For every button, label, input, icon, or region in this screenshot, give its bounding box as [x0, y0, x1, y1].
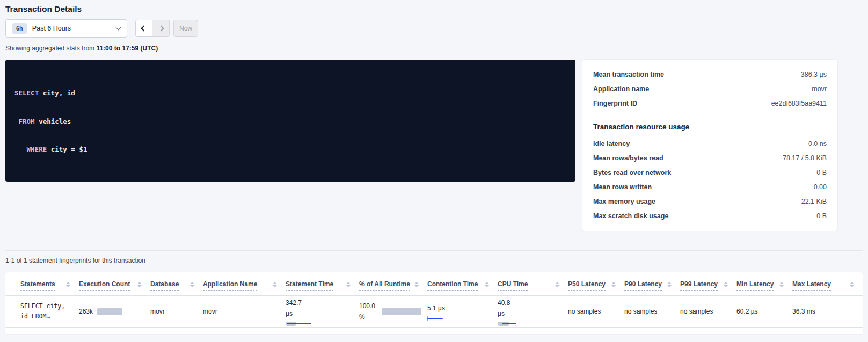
summary-label: Mean transaction time — [593, 71, 801, 78]
cell-statement-time: 342.7 µs — [286, 296, 359, 327]
previous-range-button[interactable] — [135, 20, 152, 37]
cell-p99-latency: no samples — [680, 296, 736, 327]
sort-icon — [850, 281, 854, 287]
column-header-p90-latency[interactable]: P90 Latency — [624, 272, 680, 295]
fingerprints-caption: 1-1 of 1 statement fingerprints for this… — [5, 257, 863, 264]
caption-time-range: 11:00 to 17:59 (UTC) — [96, 44, 158, 52]
sort-icon — [273, 281, 277, 287]
sql-line: SELECT city, id — [14, 88, 566, 98]
cell-percent-runtime: 100.0 % — [359, 296, 427, 327]
cell-min-latency: 60.2 µs — [736, 296, 792, 327]
summary-value: ee2df683f5aa9411 — [771, 100, 827, 107]
summary-label: Application name — [593, 85, 812, 93]
sort-icon — [190, 281, 194, 287]
resource-usage-row: Idle latency 0.0 ns — [593, 136, 827, 151]
resource-label: Mean rows/bytes read — [593, 154, 783, 162]
column-header-p99-latency[interactable]: P99 Latency — [680, 272, 736, 295]
sort-icon — [414, 281, 419, 287]
column-header-contention-time[interactable]: Contention Time — [427, 272, 498, 295]
column-header-p50-latency[interactable]: P50 Latency — [568, 272, 624, 295]
contention-time-bar — [427, 316, 455, 321]
resource-usage-row: Mean rows written 0.00 — [593, 180, 827, 194]
page-title: Transaction Details — [5, 3, 863, 15]
column-header-cpu-time[interactable]: CPU Time — [498, 272, 568, 295]
sql-keyword: FROM — [19, 117, 35, 125]
resource-usage-row: Mean rows/bytes read 78.17 / 5.8 KiB — [593, 151, 827, 165]
main-content-row: SELECT city, id FROM vehicles WHERE city… — [5, 60, 863, 231]
column-header-execution-count[interactable]: Execution Count — [79, 272, 150, 295]
summary-value: 386.3 µs — [801, 71, 827, 78]
summary-row: Fingerprint ID ee2df683f5aa9411 — [593, 96, 827, 110]
column-header-min-latency[interactable]: Min Latency — [736, 272, 792, 295]
column-header-percent-runtime[interactable]: % of All Runtime — [359, 272, 427, 295]
cell-max-latency: 36.3 ms — [792, 296, 863, 327]
column-header-max-latency[interactable]: Max Latency — [792, 272, 863, 295]
resource-label: Max memory usage — [593, 198, 801, 205]
statements-table: Statements Execution Count Database Appl… — [5, 272, 863, 334]
sort-icon — [66, 281, 70, 287]
resource-label: Max scratch disk usage — [593, 212, 816, 220]
resource-value: 22.1 KiB — [801, 198, 827, 205]
time-range-label: Past 6 Hours — [32, 25, 116, 32]
transaction-summary-card: Mean transaction time 386.3 µs Applicati… — [582, 60, 837, 231]
time-range-select[interactable]: 6h Past 6 Hours — [5, 19, 127, 38]
cell-execution-count: 263k — [79, 296, 150, 327]
sql-keyword: SELECT — [14, 89, 39, 97]
resource-usage-row: Max memory usage 22.1 KiB — [593, 194, 827, 209]
section-divider — [5, 250, 863, 251]
resource-value: 0.00 — [814, 183, 827, 191]
summary-row: Mean transaction time 386.3 µs — [593, 67, 827, 81]
resource-label: Mean rows written — [593, 183, 814, 191]
chevron-down-icon — [116, 25, 121, 30]
resource-value: 0.0 ns — [808, 140, 827, 147]
cell-application-name: movr — [203, 296, 286, 327]
statement-time-bar — [286, 322, 313, 326]
resource-value: 78.17 / 5.8 KiB — [783, 154, 827, 162]
execution-count-bar — [97, 308, 122, 315]
cpu-time-bar — [498, 322, 526, 326]
resource-value: 0 B — [816, 169, 827, 176]
chevron-left-icon — [141, 25, 147, 31]
sort-icon — [667, 281, 672, 287]
chevron-right-icon — [158, 25, 164, 31]
table-bottom-padding — [5, 328, 863, 334]
column-header-statement-time[interactable]: Statement Time — [286, 272, 359, 295]
sql-statement-box: SELECT city, id FROM vehicles WHERE city… — [5, 60, 575, 182]
next-range-button[interactable] — [152, 20, 170, 37]
time-controls: 6h Past 6 Hours Now — [5, 19, 863, 38]
sort-icon — [779, 281, 784, 287]
summary-row: Application name movr — [593, 81, 827, 96]
column-header-application-name[interactable]: Application Name — [203, 272, 286, 295]
sql-line: WHERE city = $1 — [14, 145, 566, 154]
summary-label: Fingerprint ID — [593, 100, 771, 107]
summary-value: movr — [812, 85, 827, 93]
cell-statements[interactable]: SELECT city, id FROM… — [20, 296, 79, 327]
resource-usage-row: Max scratch disk usage 0 B — [593, 209, 827, 223]
resource-usage-row: Bytes read over network 0 B — [593, 165, 827, 180]
cell-database: movr — [150, 296, 203, 327]
cell-p50-latency: no samples — [568, 296, 624, 327]
sort-icon — [555, 281, 559, 287]
resource-value: 0 B — [816, 212, 827, 220]
sort-icon — [724, 281, 728, 287]
cell-p90-latency: no samples — [624, 296, 680, 327]
column-header-statements[interactable]: Statements — [20, 272, 79, 295]
table-header-row: Statements Execution Count Database Appl… — [5, 272, 863, 296]
transaction-details-page: Transaction Details 6h Past 6 Hours Now … — [0, 0, 868, 334]
sort-icon — [137, 281, 142, 287]
summary-divider — [593, 116, 827, 116]
sort-icon — [346, 281, 351, 287]
sql-line: FROM vehicles — [14, 117, 566, 127]
now-button[interactable]: Now — [173, 20, 198, 37]
resource-usage-heading: Transaction resource usage — [593, 123, 827, 131]
time-range-badge: 6h — [12, 23, 27, 34]
resource-label: Idle latency — [593, 140, 808, 147]
table-row: SELECT city, id FROM… 263k movr movr 342… — [5, 296, 863, 328]
column-header-database[interactable]: Database — [150, 272, 203, 295]
sort-icon — [611, 281, 616, 287]
sql-keyword: WHERE — [27, 145, 47, 153]
percent-runtime-bar — [382, 308, 421, 315]
cell-contention-time: 5.1 µs — [427, 296, 498, 327]
resource-label: Bytes read over network — [593, 169, 816, 176]
caption-prefix: Showing aggregated stats from — [5, 44, 96, 52]
